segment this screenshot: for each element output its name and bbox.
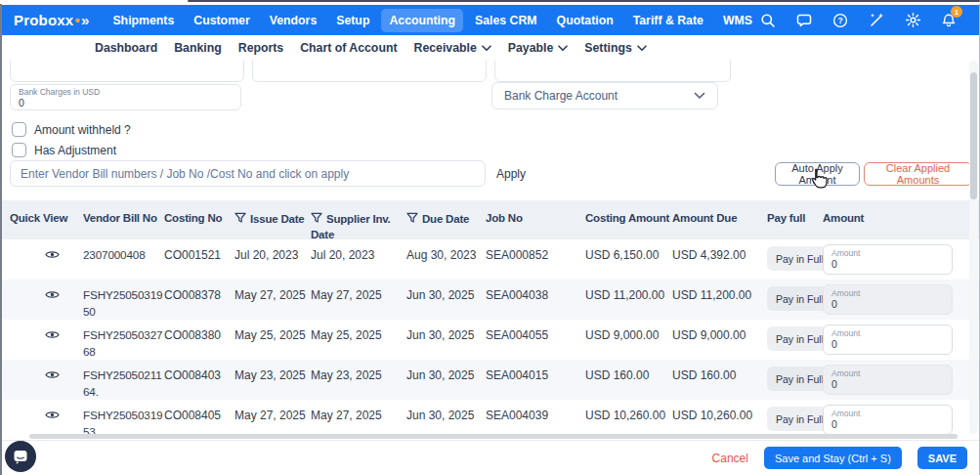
column-header-costing-amount[interactable]: Costing Amount xyxy=(585,200,672,242)
help-icon[interactable]: ? xyxy=(832,12,849,28)
column-header-pay-full[interactable]: Pay full xyxy=(767,200,823,242)
nav-item-shipments[interactable]: Shipments xyxy=(105,9,182,32)
job-no-cell: SEA004055 xyxy=(486,320,585,361)
quick-view-eye-icon[interactable] xyxy=(45,329,60,343)
chat-bubble-icon xyxy=(13,450,28,464)
nav-item-sales-crm[interactable]: Sales CRM xyxy=(467,9,545,32)
nav-item-accounting[interactable]: Accounting xyxy=(381,9,463,32)
vertical-scrollbar-thumb[interactable] xyxy=(970,72,977,199)
window-top-edge xyxy=(188,0,980,2)
costing-amount-cell: USD 11,200.00 xyxy=(585,280,672,321)
amount-due-cell: USD 4,392.00 xyxy=(672,239,767,280)
accounting-subnav: Dashboard Banking Reports Chart of Accou… xyxy=(0,35,980,61)
job-no-cell: SEA004038 xyxy=(486,280,585,321)
supplier-inv-date-cell: May 27, 2025 xyxy=(311,280,406,321)
subnav-item-chart-of-account[interactable]: Chart of Account xyxy=(300,41,397,55)
amount-input[interactable]: Amount0 xyxy=(823,244,953,275)
proboxx-logo[interactable]: Proboxx•» xyxy=(14,12,89,28)
bank-charges-field[interactable]: Bank Charges in USD 0 xyxy=(10,84,241,110)
costing-no-cell: CO008380 xyxy=(164,320,234,361)
quick-view-eye-icon[interactable] xyxy=(45,289,60,303)
column-header-job-no[interactable]: Job No xyxy=(486,200,585,242)
subnav-item-receivable[interactable]: Receivable xyxy=(414,41,491,55)
magic-wand-icon[interactable] xyxy=(869,12,885,28)
due-date-cell: Jun 30, 2025 xyxy=(406,320,486,361)
chevron-down-icon xyxy=(558,45,568,52)
has-adjustment-checkbox[interactable] xyxy=(12,143,26,157)
nav-item-setup[interactable]: Setup xyxy=(328,9,377,32)
chevron-down-icon xyxy=(694,92,705,100)
nav-item-wms[interactable]: WMS xyxy=(715,9,760,32)
vendor-bill-no-cell: FSHY25050327 68 xyxy=(83,320,164,361)
subnav-item-banking[interactable]: Banking xyxy=(174,41,222,55)
amount-withheld-row: Amount withheld ? xyxy=(12,122,131,137)
column-header-vendor-bill-no[interactable]: Vendor Bill No xyxy=(83,200,164,242)
amount-input[interactable]: Amount0 xyxy=(823,405,953,435)
auto-apply-amount-button[interactable]: Auto Apply Amount xyxy=(775,162,860,186)
vendor-bill-search-input[interactable] xyxy=(10,160,486,187)
quick-view-eye-icon[interactable] xyxy=(45,249,60,263)
costing-no-cell: CO008378 xyxy=(164,280,234,321)
vendor-bills-table: Quick View Vendor Bill No Costing No Iss… xyxy=(0,200,980,440)
amount-input[interactable]: Amount0 xyxy=(823,284,953,315)
due-date-cell: Jun 30, 2025 xyxy=(406,360,486,401)
save-and-stay-button[interactable]: Save and Stay (Ctrl + S) xyxy=(764,447,902,469)
column-header-due-date[interactable]: Due Date xyxy=(406,200,486,242)
column-header-issue-date[interactable]: Issue Date xyxy=(234,200,311,242)
chat-icon[interactable] xyxy=(796,12,813,28)
subnav-item-settings[interactable]: Settings xyxy=(584,41,647,55)
cancel-button[interactable]: Cancel xyxy=(712,452,748,465)
filter-icon[interactable] xyxy=(406,212,418,226)
amount-due-cell: USD 160.00 xyxy=(672,360,767,401)
gear-icon[interactable] xyxy=(905,12,921,28)
bank-charges-value: 0 xyxy=(19,97,233,109)
notification-badge: 1 xyxy=(951,6,962,18)
nav-item-vendors[interactable]: Vendors xyxy=(262,9,325,32)
supplier-inv-date-cell: Jul 20, 2023 xyxy=(311,239,406,280)
supplier-inv-date-cell: May 25, 2025 xyxy=(311,320,406,361)
vendor-bill-no-cell: 2307000408 xyxy=(83,239,164,280)
nav-item-tariff-rate[interactable]: Tariff & Rate xyxy=(625,9,711,32)
clear-applied-amounts-button[interactable]: Clear Applied Amounts xyxy=(864,162,972,186)
due-date-cell: Aug 30, 2023 xyxy=(406,239,486,280)
nav-item-quotation[interactable]: Quotation xyxy=(549,9,621,32)
subnav-item-reports[interactable]: Reports xyxy=(238,41,283,55)
column-header-costing-no[interactable]: Costing No xyxy=(164,200,234,242)
chevron-down-icon xyxy=(637,45,647,52)
nav-item-customer[interactable]: Customer xyxy=(186,9,257,32)
svg-text:?: ? xyxy=(838,16,843,25)
costing-amount-cell: USD 9,000.00 xyxy=(585,320,672,361)
job-no-cell: SEA004015 xyxy=(486,360,585,401)
table-row: FSHY25050327 68 CO008380 May 25, 2025 Ma… xyxy=(0,320,980,360)
notifications-bell-icon[interactable]: 1 xyxy=(941,12,958,28)
has-adjustment-row: Has Adjustment xyxy=(12,143,116,157)
subnav-item-dashboard[interactable]: Dashboard xyxy=(95,41,157,55)
logo-dot-icon: • xyxy=(74,12,79,28)
table-row: FSHY25050211 64. CO008403 May 23, 2025 M… xyxy=(0,360,980,400)
quick-view-eye-icon[interactable] xyxy=(45,410,60,423)
amount-input[interactable]: Amount0 xyxy=(823,324,953,355)
column-header-supplier-inv-date[interactable]: Supplier Inv. Date xyxy=(311,200,406,242)
amount-input[interactable]: Amount0 xyxy=(823,365,953,395)
apply-button[interactable]: Apply xyxy=(496,167,526,181)
due-date-cell: Jun 30, 2025 xyxy=(406,280,486,321)
save-button[interactable]: SAVE xyxy=(917,447,967,469)
column-header-amount-due[interactable]: Amount Due xyxy=(672,200,767,242)
search-icon[interactable] xyxy=(760,12,777,28)
subnav-item-payable[interactable]: Payable xyxy=(508,41,569,55)
amount-withheld-checkbox[interactable] xyxy=(12,122,26,137)
issue-date-cell: May 25, 2025 xyxy=(234,320,311,361)
bank-charge-account-select[interactable]: Bank Charge Account xyxy=(491,82,718,109)
column-header-quick-view[interactable]: Quick View xyxy=(10,200,83,242)
column-header-amount[interactable]: Amount xyxy=(823,200,955,242)
filter-icon[interactable] xyxy=(234,212,246,226)
window-left-edge xyxy=(0,4,2,475)
has-adjustment-label: Has Adjustment xyxy=(34,144,116,157)
horizontal-scrollbar-thumb[interactable] xyxy=(29,434,958,439)
top-navbar: Proboxx•» Shipments Customer Vendors Set… xyxy=(0,5,980,35)
chat-widget-button[interactable] xyxy=(5,441,36,472)
quick-view-eye-icon[interactable] xyxy=(45,369,60,383)
filter-icon[interactable] xyxy=(311,212,322,228)
issue-date-cell: May 27, 2025 xyxy=(234,280,311,321)
table-row: FSHY25050319 50 CO008378 May 27, 2025 Ma… xyxy=(0,280,980,320)
